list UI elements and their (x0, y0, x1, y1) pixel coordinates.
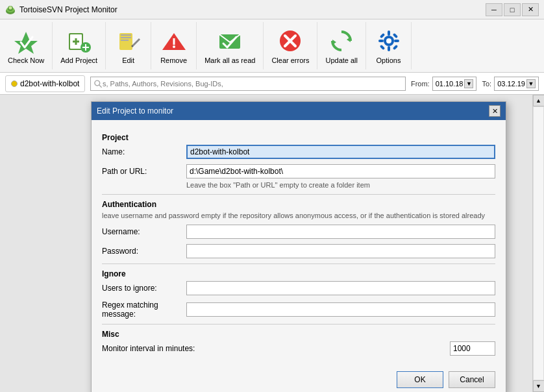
add-project-button[interactable]: Add Project (53, 22, 106, 69)
misc-section-header: Misc (102, 330, 495, 339)
name-label: Name: (102, 147, 186, 156)
auth-note: leave username and password empty if the… (102, 212, 495, 219)
search-bar: d2bot-with-kolbot From: 01.10.18 ▼ To: 0… (0, 73, 544, 95)
svg-rect-35 (379, 44, 384, 49)
cancel-button[interactable]: Cancel (449, 371, 495, 388)
to-date-section: To: 03.12.19 ▼ (482, 77, 539, 91)
svg-rect-30 (388, 46, 390, 51)
close-button[interactable]: ✕ (522, 3, 539, 16)
svg-marker-26 (332, 40, 336, 45)
svg-point-37 (95, 80, 100, 86)
from-date-value: 01.10.18 (436, 80, 464, 88)
svg-rect-13 (121, 34, 131, 36)
minimize-button[interactable]: ─ (486, 3, 502, 16)
svg-rect-33 (379, 32, 384, 38)
remove-icon (161, 28, 187, 54)
options-icon (376, 28, 402, 54)
options-button[interactable]: Options (366, 22, 412, 69)
search-input[interactable] (103, 80, 402, 88)
app-title: TortoiseSVN Project Monitor (19, 5, 486, 14)
from-date-input[interactable]: 01.10.18 ▼ (432, 77, 477, 91)
search-icon (93, 79, 103, 88)
dialog-footer: OK Cancel (92, 366, 506, 392)
update-all-icon (328, 28, 354, 54)
project-tab-label: d2bot-with-kolbot (20, 79, 79, 88)
svg-marker-25 (347, 37, 351, 42)
svg-rect-34 (392, 32, 397, 38)
main-area: Edit Project to monitor ✕ Project Name: … (0, 95, 544, 392)
add-project-icon (66, 28, 92, 54)
regex-input[interactable] (186, 302, 495, 317)
to-date-dropdown[interactable]: ▼ (526, 79, 536, 88)
divider-3 (102, 324, 495, 325)
from-date-dropdown[interactable]: ▼ (464, 79, 473, 88)
dialog-close-button[interactable]: ✕ (489, 105, 501, 117)
edit-project-dialog: Edit Project to monitor ✕ Project Name: … (91, 101, 506, 392)
username-label: Username: (102, 227, 186, 236)
toolbar: Check Now Add Project (0, 19, 544, 73)
right-scrollbar: ▲ ▼ (532, 95, 544, 392)
svg-marker-16 (132, 38, 140, 46)
edit-icon (116, 28, 142, 54)
divider-2 (102, 263, 495, 264)
dialog-title-bar: Edit Project to monitor ✕ (92, 102, 506, 120)
scroll-up-button[interactable]: ▲ (533, 95, 545, 106)
to-label: To: (482, 80, 491, 88)
monitor-interval-row: Monitor interval in minutes: (102, 341, 495, 356)
svg-point-28 (386, 38, 391, 43)
clear-errors-button[interactable]: Clear errors (264, 22, 317, 69)
title-bar: TortoiseSVN Project Monitor ─ □ ✕ (0, 0, 544, 19)
project-section-header: Project (102, 133, 495, 142)
path-note: Leave the box "Path or URL" empty to cre… (186, 181, 495, 189)
users-ignore-row: Users to ignore: (102, 281, 495, 295)
mark-all-read-icon (217, 28, 243, 54)
project-status-dot (11, 80, 18, 87)
to-date-input[interactable]: 03.12.19 ▼ (494, 77, 539, 91)
username-row: Username: (102, 225, 495, 239)
monitor-interval-input[interactable] (450, 341, 495, 356)
ignore-section-header: Ignore (102, 269, 495, 278)
options-label: Options (377, 56, 401, 64)
app-icon (5, 5, 16, 15)
svg-rect-31 (378, 40, 384, 42)
divider-1 (102, 194, 495, 195)
check-now-button[interactable]: Check Now (0, 22, 53, 69)
svg-rect-29 (388, 31, 390, 36)
mark-all-read-label: Mark all as read (204, 56, 255, 64)
scroll-down-button[interactable]: ▼ (533, 380, 545, 392)
password-label: Password: (102, 247, 186, 256)
project-tab[interactable]: d2bot-with-kolbot (5, 75, 85, 92)
monitor-interval-label: Monitor interval in minutes: (102, 344, 450, 353)
search-input-wrapper[interactable] (90, 77, 406, 91)
svg-rect-15 (121, 40, 129, 41)
from-date-section: From: 01.10.18 ▼ (411, 77, 477, 91)
ok-button[interactable]: OK (397, 371, 443, 388)
username-input[interactable] (186, 225, 495, 239)
remove-button[interactable]: Remove (151, 22, 197, 69)
password-input[interactable] (186, 244, 495, 258)
users-ignore-input[interactable] (186, 281, 495, 295)
svg-point-3 (9, 6, 12, 9)
edit-label: Edit (122, 56, 134, 64)
svg-rect-14 (121, 37, 131, 38)
edit-button[interactable]: Edit (106, 22, 151, 69)
mark-all-read-button[interactable]: Mark all as read (197, 22, 264, 69)
regex-label: Regex matching message: (102, 300, 186, 319)
left-panel: Edit Project to monitor ✕ Project Name: … (0, 95, 532, 392)
name-row: Name: (102, 145, 495, 159)
users-ignore-label: Users to ignore: (102, 284, 186, 293)
from-label: From: (411, 80, 430, 88)
path-input[interactable] (186, 164, 495, 178)
update-all-button[interactable]: Update all (317, 22, 366, 69)
scroll-track (533, 106, 544, 380)
update-all-label: Update all (325, 56, 358, 64)
path-row: Path or URL: (102, 164, 495, 178)
svg-point-20 (173, 45, 175, 48)
check-now-icon (13, 28, 39, 54)
regex-row: Regex matching message: (102, 300, 495, 319)
svg-rect-32 (394, 40, 399, 42)
maximize-button[interactable]: □ (504, 3, 521, 16)
clear-errors-label: Clear errors (271, 56, 309, 64)
check-now-label: Check Now (8, 56, 44, 64)
name-input[interactable] (186, 145, 495, 159)
